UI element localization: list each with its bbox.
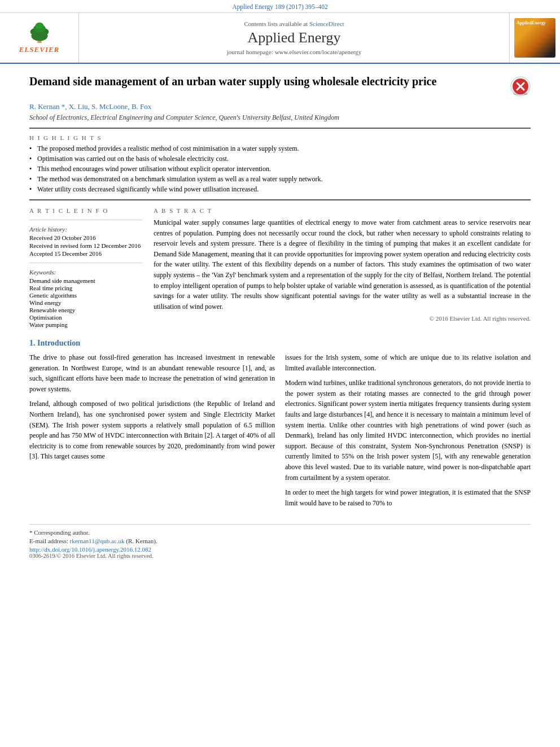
svg-point-5	[35, 23, 43, 29]
email-label: E-mail address:	[29, 538, 68, 544]
journal-header-center: Contents lists available at ScienceDirec…	[79, 13, 509, 63]
intro-col-right: issues for the Irish system, some of whi…	[285, 352, 531, 513]
crossmark-badge: CrossMark	[510, 76, 531, 97]
highlight-item-2: Optimisation was carried out on the basi…	[29, 155, 531, 163]
highlights-heading: H I G H L I G H T S	[29, 134, 531, 141]
keyword-4: Wind energy	[29, 299, 142, 306]
divider-1	[29, 128, 531, 129]
intro-para-3: issues for the Irish system, some of whi…	[285, 352, 531, 373]
copyright-line: © 2016 Elsevier Ltd. All rights reserved…	[154, 315, 531, 322]
divider-keywords	[29, 263, 142, 263]
article-history-label: Article history:	[29, 226, 142, 233]
journal-citation-text: Applied Energy 189 (2017) 395–402	[232, 3, 328, 10]
highlight-item-1: The proposed method provides a realistic…	[29, 145, 531, 153]
article-title-section: Demand side management of an urban water…	[29, 74, 531, 97]
intro-para-4: Modern wind turbines, unlike traditional…	[285, 378, 531, 483]
keyword-1: Demand side management	[29, 277, 142, 284]
main-content: Demand side management of an urban water…	[0, 64, 560, 569]
elsevier-wordmark: ELSEVIER	[19, 45, 60, 54]
contents-line: Contents lists available at ScienceDirec…	[244, 20, 344, 27]
highlights-list: The proposed method provides a realistic…	[29, 145, 531, 194]
sciencedirect-link[interactable]: ScienceDirect	[309, 20, 344, 27]
email-link[interactable]: rkernan11@qub.ac.uk	[69, 538, 124, 544]
rights-line: 0306-2619/© 2016 Elsevier Ltd. All right…	[29, 553, 531, 559]
keyword-6: Optimisation	[29, 314, 142, 321]
journal-citation-bar: Applied Energy 189 (2017) 395–402	[0, 0, 560, 13]
elsevier-logo-section: ELSEVIER	[0, 13, 79, 63]
email-suffix: (R. Kernan).	[126, 538, 157, 544]
keywords-label: Keywords:	[29, 269, 142, 276]
intro-para-1: The drive to phase out fossil-fired gene…	[29, 352, 275, 394]
intro-para-2: Ireland, although composed of two politi…	[29, 399, 275, 462]
introduction-section: 1. Introduction The drive to phase out f…	[29, 339, 531, 513]
highlight-item-4: The method was demonstrated on a benchma…	[29, 175, 531, 184]
highlight-item-3: This method encourages wind power utilis…	[29, 165, 531, 173]
intro-col-left: The drive to phase out fossil-fired gene…	[29, 352, 275, 513]
intro-body-columns: The drive to phase out fossil-fired gene…	[29, 352, 531, 513]
intro-para-5: In order to meet the high targets for wi…	[285, 487, 531, 508]
authors-line: R. Kernan *, X. Liu, S. McLoone, B. Fox	[29, 102, 531, 111]
applied-energy-logo: AppliedEnergy	[514, 18, 555, 58]
doi-link[interactable]: http://dx.doi.org/10.1016/j.apenergy.201…	[29, 546, 151, 553]
applied-energy-logo-section: AppliedEnergy	[509, 13, 560, 63]
intro-heading: 1. Introduction	[29, 339, 531, 348]
accepted-date: Accepted 15 December 2016	[29, 250, 142, 257]
article-info-col: A R T I C L E I N F O Article history: R…	[29, 207, 142, 329]
divider-art-info	[29, 220, 142, 220]
keyword-7: Water pumping	[29, 321, 142, 328]
keyword-3: Genetic algorithms	[29, 292, 142, 299]
article-info-abstract-row: A R T I C L E I N F O Article history: R…	[29, 207, 531, 329]
journal-header: ELSEVIER Contents lists available at Sci…	[0, 13, 560, 64]
article-title: Demand side management of an urban water…	[29, 74, 505, 89]
divider-2	[29, 199, 531, 200]
applied-energy-logo-text: AppliedEnergy	[517, 20, 546, 26]
authors-affiliation: School of Electronics, Electrical Engine…	[29, 113, 531, 122]
revised-date: Received in revised form 12 December 201…	[29, 242, 142, 249]
received-date: Received 20 October 2016	[29, 234, 142, 241]
highlight-item-5: Water utility costs decreased significan…	[29, 185, 531, 194]
abstract-heading: A B S T R A C T	[154, 207, 531, 214]
svg-text:CrossMark: CrossMark	[514, 92, 528, 95]
abstract-col: A B S T R A C T Municipal water supply c…	[154, 207, 531, 329]
corresponding-note: * Corresponding author.	[29, 529, 531, 536]
crossmark-icon: CrossMark	[510, 76, 531, 97]
page: Applied Energy 189 (2017) 395–402 ELSEVI…	[0, 0, 560, 747]
elsevier-logo: ELSEVIER	[19, 21, 60, 54]
journal-title: Applied Energy	[248, 29, 341, 46]
article-footer: * Corresponding author. E-mail address: …	[29, 524, 531, 559]
elsevier-tree-icon	[23, 21, 56, 44]
email-line: E-mail address: rkernan11@qub.ac.uk (R. …	[29, 538, 531, 544]
article-info-heading: A R T I C L E I N F O	[29, 207, 142, 214]
highlights-section: H I G H L I G H T S The proposed method …	[29, 134, 531, 194]
keyword-2: Real time pricing	[29, 285, 142, 291]
doi-line: http://dx.doi.org/10.1016/j.apenergy.201…	[29, 546, 531, 553]
abstract-text: Municipal water supply consumes large qu…	[154, 217, 531, 312]
keyword-5: Renewable energy	[29, 307, 142, 313]
journal-homepage: journal homepage: www.elsevier.com/locat…	[227, 49, 362, 55]
